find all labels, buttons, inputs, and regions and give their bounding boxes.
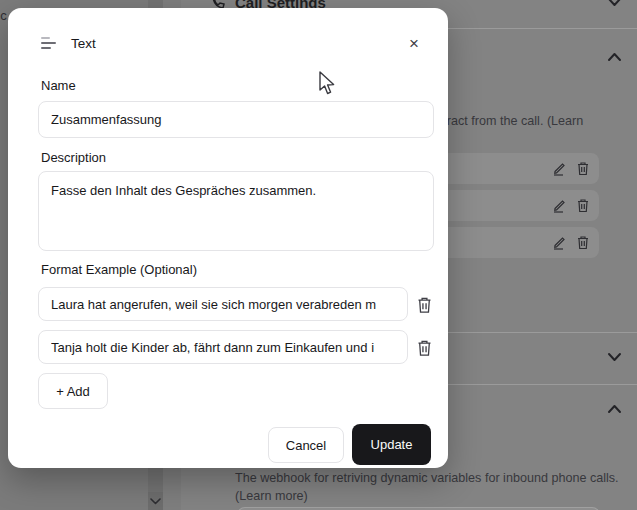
format-example-label: Format Example (Optional) [41, 262, 197, 277]
chevron-up-icon [607, 51, 622, 63]
description-label: Description [41, 150, 106, 165]
cancel-button[interactable]: Cancel [268, 427, 344, 463]
trash-icon[interactable] [576, 161, 590, 176]
edit-icon[interactable] [552, 198, 567, 213]
description-textarea[interactable]: Fasse den Inhalt des Gespräches zusammen… [38, 171, 434, 251]
chevron-up-icon [607, 403, 622, 415]
delete-example-button[interactable] [416, 295, 436, 315]
update-button[interactable]: Update [352, 424, 431, 465]
chevron-down-icon [607, 0, 622, 8]
bg-webhook-text: The webhook for retriving dynamic variab… [235, 469, 627, 505]
name-label: Name [41, 78, 76, 93]
add-example-button[interactable]: + Add [38, 373, 108, 409]
chevron-down-icon [150, 497, 161, 505]
close-button[interactable]: × [404, 34, 424, 54]
format-example-input-2[interactable] [38, 330, 408, 364]
name-input[interactable] [38, 101, 434, 138]
bg-left-fragment: ll [0, 103, 7, 118]
collapse-section-button[interactable] [607, 0, 623, 12]
collapse-section-button[interactable] [607, 403, 623, 419]
collapse-section-button[interactable] [607, 351, 623, 367]
trash-icon [416, 296, 433, 314]
delete-example-button[interactable] [416, 338, 436, 358]
trash-icon [416, 339, 433, 357]
edit-icon[interactable] [552, 161, 567, 176]
mouse-cursor [317, 71, 338, 96]
bg-left-fragment: nc [0, 8, 7, 23]
scroll-down-button[interactable] [148, 492, 163, 510]
bg-partial-text: xtract from the call. (Learn [437, 114, 583, 128]
dialog-header: Text [41, 35, 96, 52]
chevron-down-icon [607, 351, 622, 363]
trash-icon[interactable] [576, 198, 590, 213]
text-type-icon [41, 35, 58, 52]
collapse-section-button[interactable] [607, 51, 623, 67]
format-example-input-1[interactable] [38, 287, 408, 321]
edit-icon[interactable] [552, 235, 567, 250]
bg-left-fragment: p [0, 285, 7, 300]
dialog-title: Text [71, 36, 96, 51]
text-field-dialog: Text × Name Description Fasse den Inhalt… [8, 8, 448, 468]
trash-icon[interactable] [576, 235, 590, 250]
